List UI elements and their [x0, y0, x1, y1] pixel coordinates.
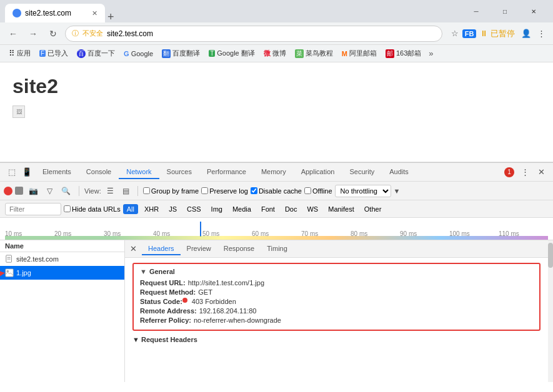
record-button[interactable]	[4, 187, 12, 195]
group-by-frame-checkbox[interactable]	[143, 187, 150, 194]
bookmark-imported-label: 已导入	[47, 49, 68, 58]
bookmark-163-mail[interactable]: 邮 163邮箱	[382, 47, 425, 59]
hide-data-urls-checkbox[interactable]	[64, 205, 71, 212]
tab-console[interactable]: Console	[79, 165, 119, 179]
divider2	[137, 186, 138, 196]
filter-tag-other[interactable]: Other	[361, 204, 386, 214]
referrer-policy-label: Referrer Policy:	[140, 316, 191, 324]
profile-btn[interactable]: 👤	[519, 26, 534, 41]
devtools-more-btn[interactable]: ⋮	[518, 165, 532, 179]
bookmark-btn[interactable]: ☆	[449, 26, 461, 41]
details-tab-headers[interactable]: Headers	[142, 243, 181, 255]
tab-sources[interactable]: Sources	[159, 165, 199, 179]
bookmark-apps-label: 应用	[17, 49, 31, 58]
details-close-btn[interactable]: ✕	[130, 244, 137, 253]
bookmark-baidu-translate[interactable]: 翻 百度翻译	[158, 47, 204, 59]
tab-application[interactable]: Application	[294, 165, 342, 179]
filter-tags-bar: Hide data URLs All XHR JS CSS Img Media …	[0, 200, 553, 218]
request-method-row: Request Method: GET	[140, 288, 533, 296]
bookmark-google-translate[interactable]: T Google 翻译	[205, 47, 259, 59]
scrollbar-track[interactable]	[548, 240, 553, 382]
request-method-label: Request Method:	[140, 288, 196, 296]
menu-btn[interactable]: ⋮	[535, 26, 548, 41]
details-tab-response[interactable]: Response	[217, 243, 261, 255]
disable-cache-checkbox[interactable]	[251, 187, 257, 194]
bookmark-ali-mail[interactable]: M 阿里邮箱	[338, 47, 381, 59]
file-item-1jpg[interactable]: 1.jpg	[0, 266, 124, 280]
hide-data-urls-label: Hide data URLs	[64, 205, 121, 213]
tab-network[interactable]: Network	[119, 165, 159, 179]
bookmark-runoob[interactable]: 菜 菜鸟教程	[291, 47, 337, 59]
timeline-cursor	[200, 222, 201, 237]
bookmark-google-translate-label: Google 翻译	[217, 49, 255, 58]
forward-button[interactable]: →	[25, 26, 41, 42]
bookmark-google-label: Google	[131, 50, 153, 57]
request-details-panel: ✕ Headers Preview Response Timing ▼ Gene…	[125, 240, 548, 382]
fb-btn[interactable]: FB	[462, 29, 477, 38]
referrer-policy-value: no-referrer-when-downgrade	[194, 316, 281, 324]
url-box[interactable]: ⓘ 不安全 site2.test.com	[65, 26, 442, 42]
active-tab[interactable]: site2.test.com ✕	[5, 4, 105, 22]
filter-tag-ws[interactable]: WS	[303, 204, 322, 214]
preserve-log-label: Preserve log	[201, 187, 248, 195]
tab-performance[interactable]: Performance	[199, 165, 254, 179]
devtools-device-btn[interactable]: 📱	[19, 165, 35, 179]
filter-tag-manifest[interactable]: Manifest	[324, 204, 358, 214]
filter-tag-media[interactable]: Media	[229, 204, 255, 214]
bookmark-imported[interactable]: F 已导入	[36, 47, 72, 59]
tab-close-btn[interactable]: ✕	[92, 9, 97, 17]
general-section-header[interactable]: ▼ General	[140, 268, 533, 275]
reload-button[interactable]: ↻	[45, 26, 61, 42]
filter-tag-font[interactable]: Font	[257, 204, 279, 214]
bookmark-weibo[interactable]: 微 微博	[260, 47, 290, 59]
close-button[interactable]: ✕	[519, 2, 548, 21]
minimize-button[interactable]: ─	[462, 2, 491, 21]
devtools-close-btn[interactable]: ✕	[535, 165, 548, 179]
view-waterfall-btn[interactable]: ▤	[119, 185, 132, 197]
request-headers-section[interactable]: ▼ Request Headers	[132, 336, 541, 343]
view-list-btn[interactable]: ☰	[104, 185, 117, 197]
tab-memory[interactable]: Memory	[254, 165, 294, 179]
scrollbar-thumb[interactable]	[548, 243, 553, 268]
offline-checkbox[interactable]	[304, 187, 311, 194]
filter-tag-doc[interactable]: Doc	[281, 204, 301, 214]
filter-tag-xhr[interactable]: XHR	[141, 204, 162, 214]
timeline: 10 ms 20 ms 30 ms 40 ms 50 ms 60 ms 70 m…	[0, 218, 553, 240]
maximize-button[interactable]: □	[491, 2, 519, 21]
filter-tag-img[interactable]: Img	[207, 204, 226, 214]
tab-security[interactable]: Security	[342, 165, 382, 179]
general-section-label: General	[149, 268, 175, 275]
filter-tag-css[interactable]: CSS	[183, 204, 205, 214]
back-button[interactable]: ←	[5, 26, 21, 42]
bookmark-apps[interactable]: ⠿ 应用	[5, 47, 34, 59]
new-tab-button[interactable]: +	[107, 11, 114, 22]
bookmark-163-mail-label: 163邮箱	[396, 49, 421, 58]
tab-audits[interactable]: Audits	[382, 165, 416, 179]
devtools-inspect-btn[interactable]: ⬚	[5, 165, 19, 179]
filter-input[interactable]	[5, 203, 61, 215]
tab-elements[interactable]: Elements	[35, 165, 79, 179]
stop-button[interactable]	[15, 187, 23, 195]
network-main: Name site2.test.com 1.jpg	[0, 240, 553, 382]
pause-btn[interactable]: ⏸ 已暂停	[477, 26, 517, 42]
search-btn[interactable]: 🔍	[58, 185, 74, 197]
bookmark-baidu[interactable]: 百 百度一下	[73, 47, 119, 59]
tab-bar: site2.test.com ✕ +	[5, 0, 114, 22]
filter-toggle-btn[interactable]: ▽	[44, 185, 56, 197]
camera-btn[interactable]: 📷	[26, 185, 41, 197]
preserve-log-checkbox[interactable]	[201, 187, 208, 194]
url-display: site2.test.com	[107, 29, 153, 38]
request-headers-label: ▼ Request Headers	[132, 336, 197, 343]
details-tab-timing[interactable]: Timing	[261, 243, 294, 255]
file-item-site2[interactable]: site2.test.com	[0, 252, 124, 266]
filter-tag-all[interactable]: All	[123, 204, 138, 214]
bookmarks-more[interactable]: »	[426, 47, 436, 59]
throttling-select[interactable]: No throttling	[335, 185, 391, 197]
throttling-arrow: ▼	[394, 187, 401, 195]
details-tab-preview[interactable]: Preview	[181, 243, 217, 255]
filter-tag-js[interactable]: JS	[165, 204, 181, 214]
offline-text: Offline	[312, 187, 332, 195]
tab-favicon	[12, 9, 21, 17]
bookmark-google[interactable]: G Google	[120, 49, 157, 59]
page-content: site2 🖼	[0, 62, 553, 162]
